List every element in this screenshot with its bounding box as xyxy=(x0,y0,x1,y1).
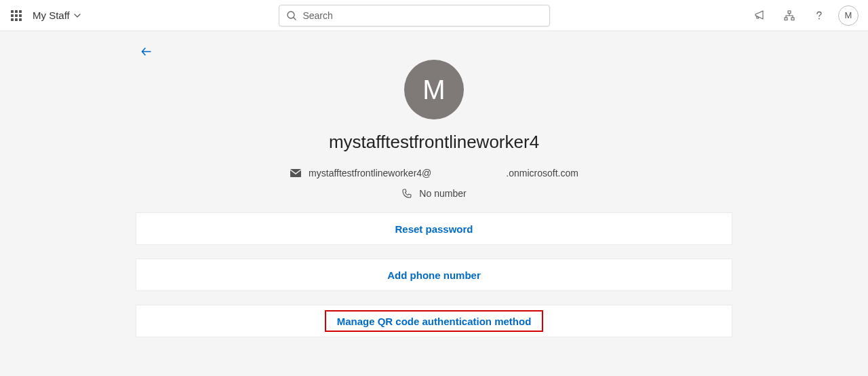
search-icon xyxy=(286,10,297,21)
svg-rect-3 xyxy=(785,18,787,20)
svg-rect-2 xyxy=(788,11,791,14)
chevron-down-icon xyxy=(74,12,81,19)
app-title-label: My Staff xyxy=(33,10,70,21)
reset-password-label: Reset password xyxy=(395,223,473,235)
phone-text: No number xyxy=(419,188,466,199)
app-launcher-button[interactable] xyxy=(5,5,27,26)
manage-qr-button[interactable]: Manage QR code authentication method xyxy=(136,305,732,337)
email-suffix: .onmicrosoft.com xyxy=(506,168,578,178)
mail-icon xyxy=(290,168,302,178)
reset-password-button[interactable]: Reset password xyxy=(136,212,732,245)
help-icon xyxy=(813,10,825,22)
add-phone-label: Add phone number xyxy=(387,269,481,281)
search-input[interactable] xyxy=(302,10,542,21)
svg-point-5 xyxy=(818,18,820,19)
profile-display-name: mystafftestfrontlineworker4 xyxy=(329,132,539,153)
manage-qr-label: Manage QR code authentication method xyxy=(337,316,532,327)
help-button[interactable] xyxy=(808,5,830,26)
main-content: M mystafftestfrontlineworker4 mystafftes… xyxy=(0,31,868,337)
phone-row: No number xyxy=(401,188,466,199)
org-chart-button[interactable] xyxy=(778,5,800,26)
email-prefix: mystafftestfrontlineworker4@ xyxy=(309,168,431,178)
header-right: M xyxy=(749,5,863,26)
profile-block: M mystafftestfrontlineworker4 mystafftes… xyxy=(136,35,732,199)
account-avatar-initial: M xyxy=(845,10,852,20)
phone-icon xyxy=(401,188,412,199)
app-header: My Staff M xyxy=(0,0,868,31)
svg-rect-6 xyxy=(290,169,301,177)
email-row: mystafftestfrontlineworker4@ .onmicrosof… xyxy=(290,168,578,178)
feedback-button[interactable] xyxy=(749,5,770,26)
megaphone-icon xyxy=(753,10,766,22)
app-title-dropdown[interactable]: My Staff xyxy=(33,10,81,21)
svg-rect-4 xyxy=(791,18,794,20)
profile-avatar-initial: M xyxy=(422,75,445,105)
svg-line-1 xyxy=(294,17,296,19)
content-column: M mystafftestfrontlineworker4 mystafftes… xyxy=(136,35,732,337)
account-avatar[interactable]: M xyxy=(838,5,859,26)
org-chart-icon xyxy=(783,10,795,22)
add-phone-button[interactable]: Add phone number xyxy=(136,259,732,291)
search-box[interactable] xyxy=(279,5,550,26)
profile-avatar: M xyxy=(404,60,464,119)
arrow-left-icon xyxy=(140,45,153,58)
back-button[interactable] xyxy=(136,41,157,62)
header-center xyxy=(81,5,749,26)
